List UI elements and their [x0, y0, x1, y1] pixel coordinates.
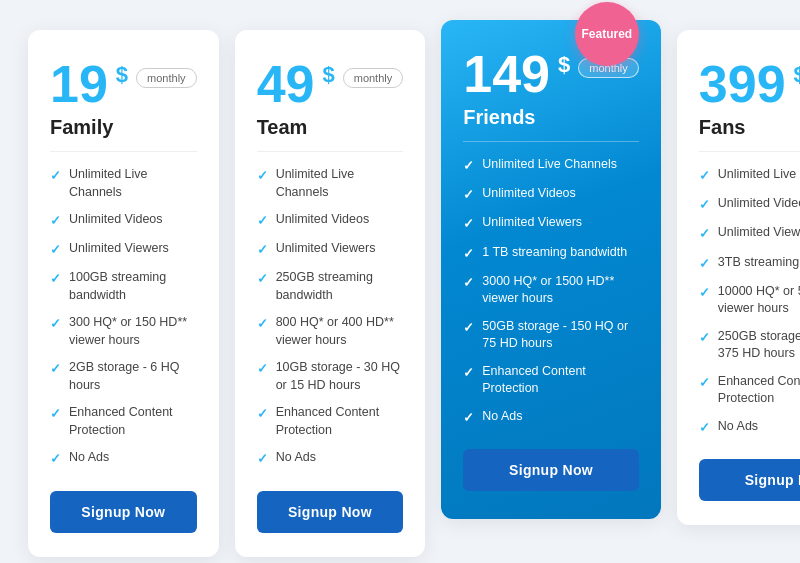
- feature-item: ✓ Enhanced Content Protection: [257, 404, 404, 439]
- feature-text: 50GB storage - 150 HQ or 75 HD hours: [482, 318, 639, 353]
- feature-item: ✓ 300 HQ* or 150 HD** viewer hours: [50, 314, 197, 349]
- features-list: ✓ Unlimited Live Channels ✓ Unlimited Vi…: [463, 156, 639, 427]
- feature-text: 1 TB streaming bandwidth: [482, 244, 627, 262]
- feature-text: Unlimited Live Channels: [69, 166, 197, 201]
- check-icon: ✓: [463, 245, 474, 263]
- check-icon: ✓: [50, 270, 61, 288]
- feature-text: Unlimited Viewers: [276, 240, 376, 258]
- price-amount: 149: [463, 48, 550, 100]
- feature-text: Unlimited Viewers: [482, 214, 582, 232]
- price-currency: $: [558, 54, 570, 76]
- check-icon: ✓: [699, 374, 710, 392]
- price-row: 49 $ monthly: [257, 58, 404, 110]
- signup-button[interactable]: Signup Now: [50, 491, 197, 533]
- features-list: ✓ Unlimited Live Channels ✓ Unlimited Vi…: [257, 166, 404, 469]
- feature-item: ✓ 3TB streaming bandwidth: [699, 254, 800, 273]
- check-icon: ✓: [50, 315, 61, 333]
- plan-name: Team: [257, 116, 404, 152]
- price-period: monthly: [136, 68, 197, 88]
- price-currency: $: [322, 64, 334, 86]
- check-icon: ✓: [463, 274, 474, 292]
- feature-item: ✓ 3000 HQ* or 1500 HD** viewer hours: [463, 273, 639, 308]
- price-currency: $: [794, 64, 800, 86]
- feature-text: 10000 HQ* or 5000 HD** viewer hours: [718, 283, 800, 318]
- check-icon: ✓: [699, 225, 710, 243]
- feature-item: ✓ No Ads: [257, 449, 404, 468]
- plan-card-fans: 399 $ monthly Fans ✓ Unlimited Live Chan…: [677, 30, 800, 525]
- check-icon: ✓: [257, 405, 268, 423]
- feature-item: ✓ Unlimited Viewers: [257, 240, 404, 259]
- feature-item: ✓ Unlimited Viewers: [699, 224, 800, 243]
- feature-text: 300 HQ* or 150 HD** viewer hours: [69, 314, 197, 349]
- feature-item: ✓ No Ads: [463, 408, 639, 427]
- check-icon: ✓: [463, 364, 474, 382]
- feature-text: 250GB storage - 750 HQ or 375 HD hours: [718, 328, 800, 363]
- plan-card-family: 19 $ monthly Family ✓ Unlimited Live Cha…: [28, 30, 219, 557]
- check-icon: ✓: [257, 315, 268, 333]
- featured-badge: Featured: [575, 2, 639, 66]
- feature-item: ✓ Unlimited Live Channels: [257, 166, 404, 201]
- feature-text: Enhanced Content Protection: [276, 404, 404, 439]
- feature-text: 250GB streaming bandwidth: [276, 269, 404, 304]
- feature-text: 3TB streaming bandwidth: [718, 254, 800, 272]
- check-icon: ✓: [699, 167, 710, 185]
- feature-item: ✓ 800 HQ* or 400 HD** viewer hours: [257, 314, 404, 349]
- feature-item: ✓ Unlimited Videos: [699, 195, 800, 214]
- check-icon: ✓: [463, 157, 474, 175]
- feature-text: 100GB streaming bandwidth: [69, 269, 197, 304]
- feature-text: No Ads: [69, 449, 109, 467]
- check-icon: ✓: [50, 405, 61, 423]
- feature-text: No Ads: [482, 408, 522, 426]
- feature-item: ✓ 2GB storage - 6 HQ hours: [50, 359, 197, 394]
- price-currency: $: [116, 64, 128, 86]
- feature-text: Unlimited Viewers: [69, 240, 169, 258]
- check-icon: ✓: [463, 186, 474, 204]
- check-icon: ✓: [257, 241, 268, 259]
- plans-container: 19 $ monthly Family ✓ Unlimited Live Cha…: [0, 0, 800, 563]
- feature-item: ✓ 10000 HQ* or 5000 HD** viewer hours: [699, 283, 800, 318]
- plan-name: Friends: [463, 106, 639, 142]
- price-period: monthly: [343, 68, 404, 88]
- feature-text: Unlimited Videos: [718, 195, 800, 213]
- signup-button[interactable]: Signup Now: [257, 491, 404, 533]
- feature-item: ✓ 50GB storage - 150 HQ or 75 HD hours: [463, 318, 639, 353]
- feature-item: ✓ Unlimited Live Channels: [699, 166, 800, 185]
- feature-text: Enhanced Content Protection: [482, 363, 639, 398]
- check-icon: ✓: [463, 319, 474, 337]
- feature-text: No Ads: [276, 449, 316, 467]
- price-amount: 19: [50, 58, 108, 110]
- signup-button[interactable]: Signup Now: [699, 459, 800, 501]
- feature-text: No Ads: [718, 418, 758, 436]
- plan-card-team: 49 $ monthly Team ✓ Unlimited Live Chann…: [235, 30, 426, 557]
- plan-name: Family: [50, 116, 197, 152]
- check-icon: ✓: [699, 419, 710, 437]
- feature-text: Unlimited Videos: [482, 185, 576, 203]
- check-icon: ✓: [50, 167, 61, 185]
- feature-text: Enhanced Content Protection: [718, 373, 800, 408]
- feature-item: ✓ 250GB streaming bandwidth: [257, 269, 404, 304]
- check-icon: ✓: [463, 409, 474, 427]
- feature-item: ✓ Enhanced Content Protection: [463, 363, 639, 398]
- feature-text: Unlimited Live Channels: [718, 166, 800, 184]
- feature-item: ✓ Unlimited Viewers: [50, 240, 197, 259]
- feature-item: ✓ No Ads: [50, 449, 197, 468]
- feature-item: ✓ Unlimited Videos: [463, 185, 639, 204]
- price-row: 19 $ monthly: [50, 58, 197, 110]
- check-icon: ✓: [257, 450, 268, 468]
- feature-text: 800 HQ* or 400 HD** viewer hours: [276, 314, 404, 349]
- plan-card-friends: Featured 149 $ monthly Friends ✓ Unlimit…: [441, 20, 661, 519]
- check-icon: ✓: [257, 270, 268, 288]
- feature-item: ✓ Enhanced Content Protection: [50, 404, 197, 439]
- check-icon: ✓: [257, 360, 268, 378]
- signup-button[interactable]: Signup Now: [463, 449, 639, 491]
- feature-item: ✓ Unlimited Viewers: [463, 214, 639, 233]
- features-list: ✓ Unlimited Live Channels ✓ Unlimited Vi…: [50, 166, 197, 469]
- price-row: 399 $ monthly: [699, 58, 800, 110]
- feature-item: ✓ Enhanced Content Protection: [699, 373, 800, 408]
- feature-text: Unlimited Viewers: [718, 224, 800, 242]
- check-icon: ✓: [257, 167, 268, 185]
- feature-text: 2GB storage - 6 HQ hours: [69, 359, 197, 394]
- feature-text: 3000 HQ* or 1500 HD** viewer hours: [482, 273, 639, 308]
- features-list: ✓ Unlimited Live Channels ✓ Unlimited Vi…: [699, 166, 800, 437]
- feature-item: ✓ Unlimited Live Channels: [50, 166, 197, 201]
